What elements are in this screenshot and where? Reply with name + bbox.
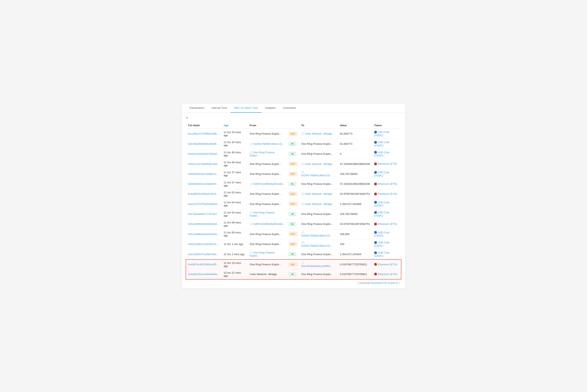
txn-token: Ethereum (ETH) [372,159,401,169]
from-address-link[interactable]: One Ring Finance Exploi... [250,151,275,157]
table-row: 0xcc8fec570769f6a449b...11 hrs 33 mins a… [186,129,401,139]
to-address-link[interactable]: 0xec454eda10accdd662... [301,264,332,268]
txn-token: USD Coin (USDC) [372,149,401,159]
document-icon: 📄 [301,163,304,166]
txn-value: 0.01979677725705621 [338,260,372,270]
to-address-link[interactable]: Celer Network: cBridge [305,202,332,206]
col-header-txn-hash: Txn Hash [186,122,221,129]
document-icon: 📄 [301,262,304,264]
csv-export-link[interactable]: Download CSV Export ⬇ [371,282,398,284]
txn-value: 109,700.56834 [338,209,372,219]
txn-value: 100,000 [338,229,372,239]
content-area: ⇅ Txn HashAgeFromToValueToken 0xcc8fec57… [182,113,405,288]
subtitle-bar: ⇅ [186,116,401,119]
txn-value: 37.316464298228662446 [338,179,372,189]
document-icon: 📄 [250,223,253,226]
from-link[interactable]: 📄0xf0702249f4d3a25cd3d... [250,222,285,226]
usdc-token-icon [374,241,377,244]
token-link[interactable]: Ethereum (ETH) [378,273,397,276]
to-address-link[interactable]: Celer Network: cBridge [305,162,332,166]
txn-hash-link[interactable]: 0x5c2d486c6da283a0c8... [188,232,219,236]
to-address-link[interactable]: Celer Network: cBridge [305,132,332,135]
usdc-token-icon [374,251,377,254]
txn-hash-link[interactable]: 0x9a21d0e21c6a32b1fa... [188,242,218,246]
txn-direction: OUT [287,260,299,270]
from-address-link[interactable]: 0x2b4c76d0dc16be1c31... [253,142,284,145]
txn-age: 11 hrs 58 mins ago [221,229,247,239]
txn-age: 11 hrs 33 mins ago [221,129,247,139]
txn-hash-link[interactable]: 0x48d7bc45f2580ced35... [188,263,219,266]
from-link[interactable]: 📄0xf0702249f4d3a25cd3d... [250,182,285,186]
txn-direction: IN [287,179,299,189]
filter-icon: ⇅ [186,116,188,119]
eth-token-icon [374,192,377,196]
txn-value: 109,700.56834 [338,169,372,179]
txn-hash-link[interactable]: 0xe74e4aa9017c7b7de7... [188,212,219,216]
txn-token: Ethereum (ETH) [372,270,401,279]
from-link[interactable]: 📄0x2b4c76d0dc16be1c31... [250,142,284,145]
txn-hash-link[interactable]: 0x55cc2ce7fa6d59bcdd3... [188,162,219,166]
txn-from: One Ring Finance Exploi... [248,159,287,169]
txn-hash-link[interactable]: 0x645260c0e1334bfd72... [188,172,218,176]
document-icon: 📄 [301,192,304,196]
document-icon: 📄 [301,231,304,234]
txn-hash-link[interactable]: 0x645260c0e1334bfd72... [188,182,218,186]
from-address-link[interactable]: One Ring Finance Exploi... [250,211,275,217]
direction-badge: OUT [289,242,297,246]
tab-internal-txns[interactable]: Internal Txns [208,104,231,113]
txn-hash-link[interactable]: 0xe2154767ff184448910... [188,202,219,206]
txn-hash-link[interactable]: 0xb15d0f107ca09a76a0... [188,253,218,256]
token-link[interactable]: Ethereum (ETH) [378,182,397,186]
token-link[interactable]: Ethereum (ETH) [378,222,397,226]
direction-badge: OUT [289,132,297,136]
txn-from: One Ring Finance Exploi... [248,189,287,199]
txn-value: 1,454,672.244369 [338,249,372,259]
from-address-link[interactable]: 0xf0702249f4d3a25cd3d... [253,222,285,226]
table-row: 0x4abf916c26ba2e2614...11 hrs 53 mins ag… [186,189,401,199]
txn-from: One Ring Finance Exploi... [248,229,287,239]
to-address-link[interactable]: 0x2b4c76d0dc16be1c31... [301,174,332,177]
txn-to: One Ring Finance Exploi... [299,249,338,259]
txn-hash-link[interactable]: 0x5c2d486c6da283a0c8... [188,222,219,226]
tab-comments[interactable]: Comments [279,104,300,113]
to-address-link[interactable]: 0x2b4c76d0dc16be1c31... [301,244,332,247]
from-link[interactable]: 📄One Ring Finance Exploi... [250,251,275,257]
txn-hash-link[interactable]: 0x678d208bb9e5e36cf9... [188,142,218,145]
txn-value: 81.604773 [338,139,372,149]
eth-token-icon [374,273,377,276]
txn-hash-link[interactable]: 0xedd13cbdc6a97495a8... [188,152,219,155]
txn-from: 📄0xf0702249f4d3a25cd3d... [248,219,287,229]
direction-badge: IN [289,252,296,256]
table-row: 0x9a21d0e21c6a32b1fa...12 hrs 1 min agoO… [186,239,401,249]
from-link[interactable]: 📄One Ring Finance Exploi... [250,211,275,217]
from-address-link[interactable]: One Ring Finance Exploi... [250,251,275,257]
tab-analytics[interactable]: Analytics [261,104,279,113]
txn-age: 11 hrs 36 mins ago [221,159,247,169]
tab-erc20-token-txns[interactable]: ERC-20 Token Txns [231,104,261,113]
usdc-token-icon [374,141,377,144]
col-header-age[interactable]: Age [221,122,247,129]
to-address-link[interactable]: 0x2b4c76d0dc16be1c31... [301,234,332,237]
txn-to: One Ring Finance Exploi... [299,149,338,159]
direction-badge: OUT [289,263,297,266]
direction-badge: OUT [289,232,297,236]
from-address-link[interactable]: 0xf0702249f4d3a25cd3d... [253,182,285,186]
txn-to: One Ring Finance Exploi... [299,219,338,229]
txn-hash-link[interactable]: 0xcc8fec570769f6a449b... [188,132,219,135]
txn-token: Ethereum (ETH) [372,179,401,189]
txn-hash-link[interactable]: 0x4abf916c26ba2e2614... [188,192,218,196]
direction-badge: IN [289,142,296,146]
to-address-link[interactable]: Celer Network: cBridge [305,192,332,196]
tab-transactions[interactable]: Transactions [186,104,208,113]
token-link[interactable]: Ethereum (ETH) [378,162,397,165]
document-icon: 📄 [301,203,304,206]
from-link[interactable]: 📄One Ring Finance Exploi... [250,151,275,157]
txn-direction: IN [287,270,299,279]
txn-from: One Ring Finance Exploi... [248,169,287,179]
direction-badge: OUT [289,202,297,206]
txn-from: 📄0x2b4c76d0dc16be1c31... [248,139,287,149]
token-link[interactable]: Ethereum (ETH) [378,263,397,266]
txn-hash-link[interactable]: 0x4ab912bcce68ed4d94... [188,273,219,276]
token-link[interactable]: Ethereum (ETH) [378,192,397,196]
txn-age: 12 hrs 2 mins ago [221,249,247,259]
